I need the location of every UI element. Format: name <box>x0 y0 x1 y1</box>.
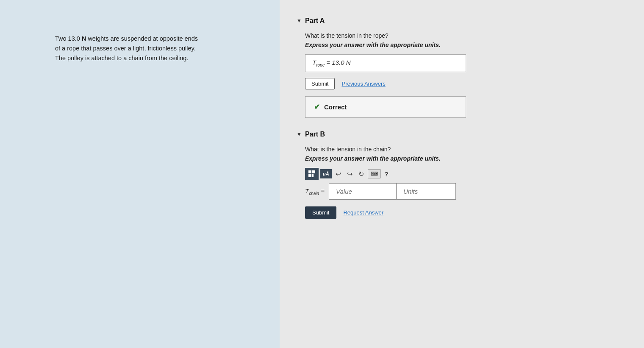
part-a-previous-answers-link[interactable]: Previous Answers <box>341 81 385 87</box>
correct-label: Correct <box>324 103 347 111</box>
part-a-submit-row: Submit Previous Answers <box>305 78 619 89</box>
part-a-express: Express your answer with the appropriate… <box>305 42 619 48</box>
units-input[interactable] <box>397 183 456 200</box>
mu-a-icon-button[interactable]: μÅ <box>320 169 332 178</box>
part-b-submit-row: Submit Request Answer <box>305 206 619 219</box>
svg-rect-1 <box>312 170 315 173</box>
left-panel: Two 13.0 N weights are suspended at oppo… <box>0 0 280 348</box>
part-b-express: Express your answer with the appropriate… <box>305 155 619 162</box>
t-chain-label: Tchain = <box>305 187 325 196</box>
help-button[interactable]: ? <box>383 169 391 179</box>
problem-description: Two 13.0 N weights are suspended at oppo… <box>55 34 267 64</box>
unit-label: N <box>82 35 86 42</box>
part-b-section: ▼ Part B What is the tension in the chai… <box>297 131 619 219</box>
part-b-submit-button[interactable]: Submit <box>305 206 336 219</box>
part-a-question: What is the tension in the rope? <box>305 32 619 39</box>
part-a-title: Part A <box>305 17 325 25</box>
part-a-header: ▼ Part A <box>297 17 619 25</box>
part-b-chevron-icon[interactable]: ▼ <box>297 131 302 137</box>
part-b-value-units-row: Tchain = <box>305 183 619 200</box>
part-a-submit-button[interactable]: Submit <box>305 78 335 89</box>
part-b-header: ▼ Part B <box>297 131 619 138</box>
grid-icon-button[interactable] <box>305 168 319 180</box>
svg-rect-2 <box>308 174 311 177</box>
part-b-title: Part B <box>305 131 325 138</box>
part-a-answer-formula: Trope = 13.0 N <box>312 59 350 66</box>
part-a-chevron-icon[interactable]: ▼ <box>297 18 302 24</box>
svg-rect-3 <box>312 174 314 177</box>
part-b-question: What is the tension in the chain? <box>305 146 619 153</box>
right-panel: ▼ Part A What is the tension in the rope… <box>280 0 644 348</box>
value-input[interactable] <box>329 183 397 200</box>
part-a-correct-box: ✔ Correct <box>305 96 466 118</box>
redo-button[interactable]: ↪ <box>345 169 355 179</box>
checkmark-icon: ✔ <box>314 103 320 111</box>
refresh-button[interactable]: ↻ <box>356 169 366 179</box>
svg-rect-0 <box>308 170 311 173</box>
part-b-toolbar: μÅ ↩ ↪ ↻ ⌨ ? <box>305 168 619 180</box>
part-a-answer-box: Trope = 13.0 N <box>305 54 466 72</box>
request-answer-link[interactable]: Request Answer <box>343 209 383 216</box>
keyboard-button[interactable]: ⌨ <box>368 169 381 178</box>
undo-button[interactable]: ↩ <box>333 169 343 179</box>
